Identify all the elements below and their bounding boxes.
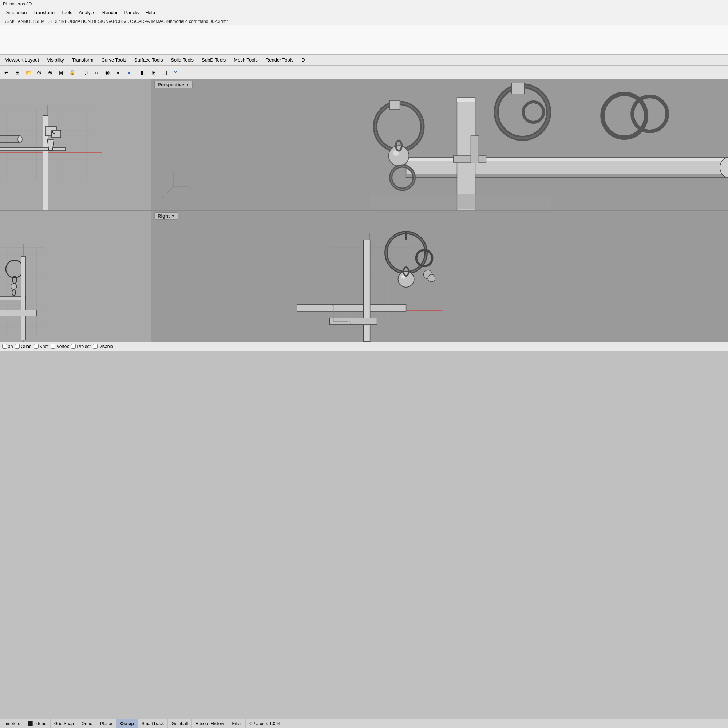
svg-rect-7 [0,148,66,151]
sphere-icon[interactable]: ◉ [102,67,112,78]
perspective-label-text: Perspective [158,82,184,87]
snap-knot[interactable]: Knot [34,344,49,349]
toolbar2: Viewport Layout Visibility Transform Cur… [0,55,728,66]
svg-rect-41 [370,194,552,209]
svg-point-5 [18,136,22,142]
undo-icon[interactable]: ↩ [2,67,12,78]
status-ortho-text: Ortho [81,721,92,726]
snap-quad-checkbox[interactable] [15,344,20,349]
perspective-label[interactable]: Perspective ▼ [154,81,193,89]
toolbar-separator-1 [79,68,79,77]
toolbar2-visibility[interactable]: Visibility [43,57,68,63]
cursor-icon[interactable]: ⊕ [45,67,55,78]
svg-point-34 [632,96,667,132]
viewport-top-right[interactable]: Perspective ▼ [151,80,728,210]
car-icon[interactable]: 📂 [23,67,34,78]
toolbar2-solid-tools[interactable]: Solid Tools [167,57,197,63]
status-gumball[interactable]: Gumball [168,719,192,728]
snap-quad[interactable]: Quad [15,344,31,349]
status-ortho[interactable]: Ortho [78,719,96,728]
svg-rect-17 [457,98,475,102]
snap3-icon[interactable]: ◫ [159,67,170,78]
toolbar2-subd-tools[interactable]: SubD Tools [198,57,229,63]
svg-text:y: y [189,185,191,189]
svg-rect-59 [330,318,377,325]
blue-sphere-icon[interactable]: ● [124,67,134,78]
snap-disable[interactable]: Disable [93,344,113,349]
app-title: Rhinoceros 3D [0,2,35,6]
perspective-dropdown-arrow[interactable]: ▼ [186,83,189,87]
svg-rect-51 [21,256,26,340]
snap-knot-checkbox[interactable] [34,344,38,349]
right-label[interactable]: Right ▼ [154,212,178,220]
status-filter-text: Filter [232,721,242,726]
status-planar[interactable]: Planar [96,719,117,728]
grid-icon[interactable]: ⊞ [12,67,23,78]
svg-rect-32 [471,136,479,163]
svg-point-48 [11,284,17,289]
menu-bar: Dimension Transform Tools Analyze Render… [0,8,728,17]
toolbar2-surface-tools[interactable]: Surface Tools [131,57,167,63]
zoom-extents-icon[interactable]: ⊙ [34,67,44,78]
workspace-filler [0,351,728,719]
menu-panels[interactable]: Panels [121,9,142,16]
svg-rect-8 [52,130,61,138]
viewport-bottom-left[interactable] [0,211,151,342]
toolbar2-transform[interactable]: Transform [69,57,97,63]
status-record-history-text: Record History [196,721,224,726]
toolbar2-curve-tools[interactable]: Curve Tools [98,57,130,63]
status-osnap[interactable]: Osnap [116,719,138,728]
status-smarttrack-text: SmartTrack [142,721,164,726]
svg-line-37 [167,187,173,193]
toolbar2-render-tools[interactable]: Render Tools [262,57,297,63]
svg-text:x: x [162,194,165,198]
right-dropdown-arrow[interactable]: ▼ [171,214,175,218]
snap1-icon[interactable]: ◧ [138,67,148,78]
snap-an[interactable]: an [2,344,13,349]
svg-rect-20 [390,101,400,109]
svg-rect-52 [0,310,37,316]
filepath-bar: IRSM\II ANNO\II SEMESTRE\INFORMATION DES… [0,17,728,26]
svg-text:y: y [349,320,352,324]
snap-vertex[interactable]: Vertex [50,344,69,349]
snap-disable-checkbox[interactable] [93,344,98,349]
snap-vertex-label: Vertex [57,344,69,349]
status-cpu: CPU use: 1.0 % [246,719,284,728]
snap-an-label: an [8,344,13,349]
svg-point-62 [398,271,414,287]
menu-help[interactable]: Help [142,9,158,16]
command-area[interactable] [0,26,728,55]
status-ottone[interactable]: ottone [24,719,50,728]
help-icon[interactable]: ? [170,67,180,78]
status-filter[interactable]: Filter [228,719,246,728]
status-smarttrack[interactable]: SmartTrack [138,719,168,728]
status-imeters[interactable]: imeters [2,719,24,728]
layers-icon[interactable]: ▦ [56,67,66,78]
snap-project-checkbox[interactable] [71,344,76,349]
viewport-bottom-right[interactable]: Right ▼ [151,211,728,342]
snap-project[interactable]: Project [71,344,90,349]
snap-disable-label: Disable [99,344,113,349]
sphere-shaded-icon[interactable]: ● [113,67,123,78]
circle-outline-icon[interactable]: ○ [91,67,102,78]
snap2-icon[interactable]: ⊞ [148,67,159,78]
status-grid-snap[interactable]: Grid Snap [50,719,78,728]
snap-an-checkbox[interactable] [2,344,7,349]
svg-text:z: z [332,302,334,306]
toolbar2-more[interactable]: D [298,57,308,63]
status-record-history[interactable]: Record History [192,719,228,728]
menu-dimension[interactable]: Dimension [2,9,29,16]
icon-toolbar: ↩ ⊞ 📂 ⊙ ⊕ ▦ 🔒 ⬡ ○ ◉ ● ● ◧ ⊞ ◫ ? [0,66,728,80]
status-ottone-swatch [28,721,33,726]
menu-transform[interactable]: Transform [30,9,58,16]
toolbar2-viewport-layout[interactable]: Viewport Layout [2,57,43,63]
viewport-top-left[interactable] [0,80,151,210]
hex-icon[interactable]: ⬡ [80,67,91,78]
lock-icon[interactable]: 🔒 [67,67,77,78]
menu-render[interactable]: Render [99,9,121,16]
menu-analyze[interactable]: Analyze [76,9,99,16]
snap-vertex-checkbox[interactable] [50,344,55,349]
toolbar2-mesh-tools[interactable]: Mesh Tools [230,57,262,63]
menu-tools[interactable]: Tools [58,9,75,16]
status-cpu-text: CPU use: 1.0 % [249,721,280,726]
